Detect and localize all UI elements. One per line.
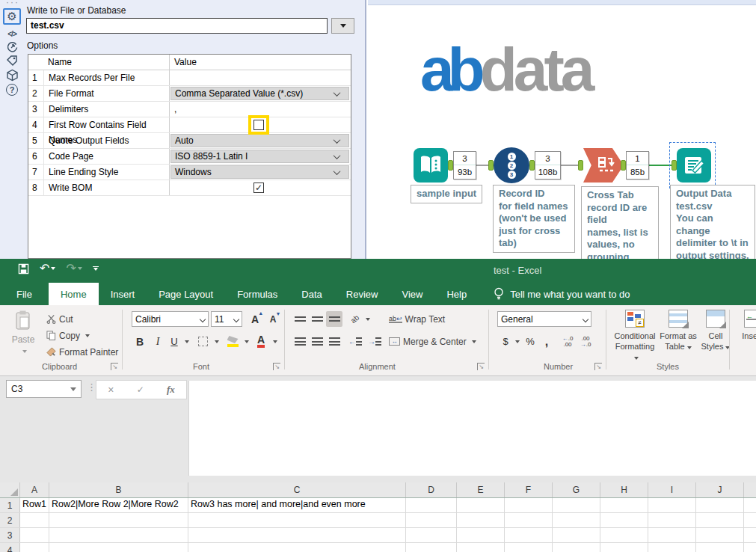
cell-d4[interactable] — [406, 543, 457, 552]
column-header-i[interactable]: I — [648, 482, 696, 497]
cell-b1[interactable]: Row2|More Row 2|More Row2 — [49, 498, 188, 512]
tell-me-box[interactable]: Tell me what you want to do — [479, 283, 630, 305]
copy-button[interactable]: Copy — [46, 328, 90, 343]
decrease-font-button[interactable]: A▼ — [265, 311, 281, 327]
code-page-dropdown[interactable]: ISO 8859-1 Latin I — [170, 150, 349, 163]
accounting-format-button[interactable]: $ — [497, 334, 514, 349]
annotation-output-data[interactable]: Output Data test.csv You can change deli… — [670, 185, 755, 259]
save-icon[interactable] — [18, 263, 29, 275]
column-header-h[interactable]: H — [600, 482, 648, 497]
underline-dropdown-icon[interactable] — [185, 340, 189, 343]
cell-c2[interactable] — [188, 513, 406, 527]
column-header-a[interactable]: A — [20, 482, 49, 497]
alignment-dialog-launcher-icon[interactable]: ↘ — [477, 363, 485, 370]
tab-insert[interactable]: Insert — [99, 283, 147, 305]
annotation-sample-input[interactable]: sample input — [411, 185, 482, 203]
cell-i4[interactable] — [648, 543, 696, 552]
column-header-j[interactable]: J — [696, 482, 744, 497]
cell-e3[interactable] — [457, 528, 505, 542]
row-header-4[interactable]: 4 — [0, 543, 20, 552]
formula-bar-input[interactable] — [188, 381, 756, 476]
merge-center-button[interactable]: ↔ Merge & Center — [389, 334, 476, 349]
row-header-3[interactable]: 3 — [0, 528, 20, 542]
cell-h1[interactable] — [600, 498, 648, 512]
tab-review[interactable]: Review — [334, 283, 390, 305]
input-anchor[interactable] — [578, 160, 583, 171]
row-header-2[interactable]: 2 — [0, 513, 20, 527]
comma-style-button[interactable]: , — [538, 334, 555, 349]
record-count-badge[interactable]: 3 93b — [453, 151, 476, 180]
line-ending-dropdown[interactable]: Windows — [170, 165, 349, 179]
orientation-dropdown-icon[interactable] — [366, 318, 370, 321]
decrease-decimal-button[interactable]: .00→.0 — [577, 334, 594, 349]
overflow-dots-icon[interactable]: ··· — [6, 0, 19, 7]
output-anchor[interactable] — [529, 160, 535, 171]
cell-f2[interactable] — [505, 513, 553, 527]
cell-f4[interactable] — [505, 543, 553, 552]
write-bom-checkbox[interactable]: ✓ — [253, 183, 264, 193]
redo-dropdown-icon[interactable] — [78, 267, 82, 270]
settings-gear-icon[interactable]: ⚙ — [3, 8, 21, 25]
tab-formulas[interactable]: Formulas — [225, 283, 289, 305]
cell-f3[interactable] — [505, 528, 553, 542]
help-icon[interactable]: ? — [3, 82, 21, 98]
cell-g4[interactable] — [553, 543, 600, 552]
cell-e1[interactable] — [457, 498, 505, 512]
conditional-formatting-button[interactable]: ≠ Conditional Formatting — [613, 310, 657, 362]
middle-align-button[interactable] — [309, 311, 325, 327]
delimiters-value[interactable]: , — [169, 102, 351, 117]
annotation-record-id[interactable]: Record ID for field names (won't be used… — [493, 185, 575, 253]
copy-dropdown-icon[interactable] — [85, 334, 90, 337]
format-as-table-button[interactable]: Format as Table — [658, 310, 698, 352]
merge-center-dropdown-icon[interactable] — [472, 340, 476, 343]
column-header-b[interactable]: B — [49, 482, 188, 497]
select-all-corner[interactable] — [0, 482, 20, 497]
option-row-max-records[interactable]: 1 Max Records Per File — [28, 70, 351, 86]
cell-a1[interactable]: Row1 — [20, 498, 49, 512]
cell-d3[interactable] — [406, 528, 457, 542]
insert-cells-button[interactable]: ← Insert — [737, 310, 756, 341]
cell-e2[interactable] — [457, 513, 505, 527]
borders-dropdown-icon[interactable] — [215, 340, 219, 343]
percent-style-button[interactable]: % — [522, 334, 538, 349]
cell-f1[interactable] — [505, 498, 553, 512]
record-count-badge[interactable]: 1 85b — [626, 151, 649, 180]
tab-file[interactable]: File — [0, 283, 49, 305]
paste-button[interactable]: Paste — [6, 310, 40, 355]
file-dropdown-button[interactable] — [331, 18, 354, 34]
cell-i3[interactable] — [648, 528, 696, 542]
cell-j1[interactable] — [696, 498, 744, 512]
font-color-dropdown-icon[interactable] — [273, 340, 277, 343]
cell-c4[interactable] — [188, 543, 406, 552]
tab-view[interactable]: View — [390, 283, 434, 305]
align-right-button[interactable] — [326, 334, 342, 349]
cell-a4[interactable] — [20, 543, 49, 552]
undo-button[interactable]: ↶ — [40, 263, 55, 275]
tab-home[interactable]: Home — [49, 283, 99, 305]
paste-dropdown-icon[interactable] — [22, 350, 27, 353]
cell-b3[interactable] — [49, 528, 188, 542]
enter-check-icon[interactable]: ✓ — [137, 384, 144, 395]
italic-button[interactable]: I — [150, 334, 166, 349]
max-records-value[interactable] — [169, 70, 351, 85]
number-dialog-launcher-icon[interactable]: ↘ — [594, 363, 602, 370]
column-header-g[interactable]: G — [553, 482, 600, 497]
input-anchor[interactable] — [672, 160, 677, 171]
format-painter-button[interactable]: Format Painter — [46, 344, 118, 360]
align-center-button[interactable] — [309, 334, 325, 349]
orientation-button[interactable]: ab — [347, 311, 363, 327]
cell-g3[interactable] — [553, 528, 600, 542]
cell-h4[interactable] — [600, 543, 648, 552]
row-header-1[interactable]: 1 — [0, 498, 20, 512]
column-header-d[interactable]: D — [406, 482, 457, 497]
column-header-f[interactable]: F — [505, 482, 553, 497]
font-dialog-launcher-icon[interactable]: ↘ — [273, 363, 280, 370]
cell-d1[interactable] — [406, 498, 457, 512]
cell-j2[interactable] — [696, 513, 744, 527]
record-id-tool[interactable]: 1 2 3 — [494, 147, 529, 183]
sample-input-tool[interactable] — [414, 148, 448, 183]
number-format-combo[interactable]: General — [497, 311, 591, 327]
quote-output-dropdown[interactable]: Auto — [170, 134, 349, 147]
bottom-align-button[interactable] — [326, 311, 342, 327]
font-size-combo[interactable]: 11 — [211, 311, 242, 327]
